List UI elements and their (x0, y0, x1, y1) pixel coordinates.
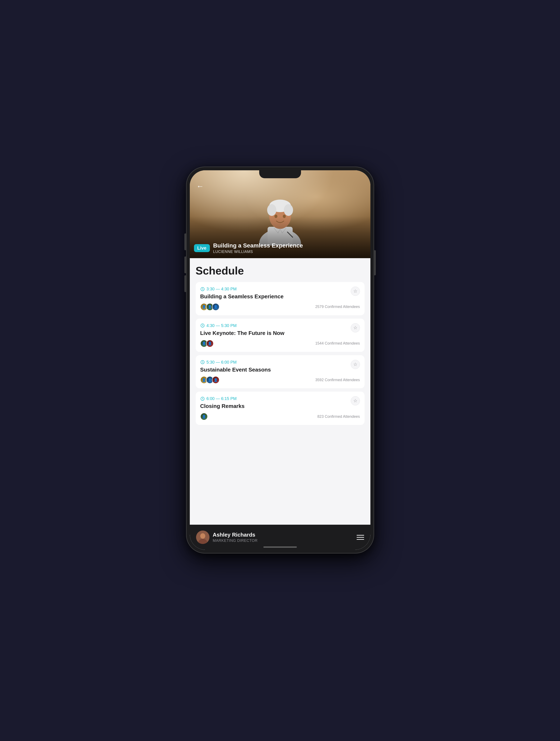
item-4-time-row: 6:00 — 6:15 PM (200, 396, 360, 401)
item-4-attendees: 823 Confirmed Attendees (317, 414, 360, 419)
item-3-attendees: 3592 Confirmed Attendees (315, 378, 360, 382)
item-3-time: 5:30 — 6:00 PM (207, 360, 237, 365)
hero-section: Live Building a Seamless Experience LUCI… (190, 170, 371, 258)
hero-title: Building a Seamless Experience (213, 242, 303, 249)
user-text-block: Ashley Richards MARKETING DIRECTOR (213, 532, 258, 543)
user-avatar (196, 531, 210, 544)
back-button[interactable]: ← (196, 182, 204, 191)
clock-icon-1 (200, 287, 205, 291)
hamburger-line-2 (356, 537, 364, 538)
avatar-2b: 👤 (206, 340, 214, 347)
live-badge: Live (194, 244, 210, 252)
hero-info-bar: Live Building a Seamless Experience LUCI… (194, 242, 366, 254)
item-4-star-button[interactable]: ☆ (351, 396, 360, 405)
item-3-time-row: 5:30 — 6:00 PM (200, 360, 360, 365)
phone-screen: ← (190, 170, 371, 550)
hero-presenter: LUCIENNE WILLIAMS (213, 250, 303, 254)
item-1-title: Building a Seamless Experience (200, 293, 360, 300)
svg-point-6 (284, 204, 293, 216)
item-4-avatars: 👤 (200, 413, 206, 420)
item-2-title: Live Keynote: The Future is Now (200, 330, 360, 337)
clock-icon-2 (200, 323, 205, 328)
bottom-navigation-bar: Ashley Richards MARKETING DIRECTOR (190, 525, 371, 550)
clock-icon-4 (200, 396, 205, 401)
item-1-attendees: 2579 Confirmed Attendees (315, 305, 360, 309)
user-role: MARKETING DIRECTOR (213, 538, 258, 543)
avatar-1c: 👤 (212, 303, 220, 311)
item-1-footer: 👤 👤 👤 2579 Confirmed Attendees (200, 303, 360, 311)
item-2-star-button[interactable]: ☆ (351, 323, 360, 332)
item-2-time: 4:30 — 5:30 PM (207, 323, 237, 328)
schedule-item-3[interactable]: 5:30 — 6:00 PM Sustainable Event Seasons… (196, 355, 365, 389)
schedule-section: Schedule 3:30 — 4:30 PM Building a Seaml… (190, 258, 371, 525)
user-name: Ashley Richards (213, 532, 258, 538)
menu-button[interactable] (356, 535, 364, 540)
item-4-star-icon: ☆ (353, 398, 357, 404)
svg-point-15 (200, 533, 205, 539)
item-3-star-button[interactable]: ☆ (351, 360, 360, 369)
user-avatar-image (196, 531, 210, 544)
schedule-item-1[interactable]: 3:30 — 4:30 PM Building a Seamless Exper… (196, 282, 365, 315)
item-3-star-icon: ☆ (353, 362, 357, 367)
item-1-avatars: 👤 👤 👤 (200, 303, 218, 311)
clock-icon-3 (200, 360, 205, 364)
item-3-footer: 👤 👤 👤 3592 Confirmed Attendees (200, 376, 360, 384)
hamburger-line-3 (356, 539, 364, 540)
phone-frame: ← (186, 166, 374, 553)
hamburger-line-1 (356, 535, 364, 536)
item-4-footer: 👤 823 Confirmed Attendees (200, 413, 360, 420)
item-1-star-icon: ☆ (353, 288, 357, 294)
schedule-item-4[interactable]: 6:00 — 6:15 PM Closing Remarks 👤 823 Con… (196, 392, 365, 425)
svg-point-5 (267, 204, 276, 216)
user-profile-section: Ashley Richards MARKETING DIRECTOR (196, 531, 258, 544)
item-4-title: Closing Remarks (200, 403, 360, 410)
schedule-heading: Schedule (196, 264, 365, 277)
home-indicator (263, 546, 297, 548)
item-2-star-icon: ☆ (353, 325, 357, 331)
item-2-avatars: 👤 👤 (200, 340, 212, 347)
avatar-4a: 👤 (200, 413, 208, 420)
notch (259, 170, 301, 178)
item-4-time: 6:00 — 6:15 PM (207, 396, 237, 401)
item-3-title: Sustainable Event Seasons (200, 366, 360, 374)
item-3-avatars: 👤 👤 👤 (200, 376, 218, 384)
avatar-3c: 👤 (212, 376, 220, 384)
item-1-star-button[interactable]: ☆ (351, 287, 360, 296)
schedule-item-2[interactable]: 4:30 — 5:30 PM Live Keynote: The Future … (196, 319, 365, 352)
item-2-attendees: 1544 Confirmed Attendees (315, 341, 360, 346)
hero-text: Building a Seamless Experience LUCIENNE … (213, 242, 303, 254)
item-2-footer: 👤 👤 1544 Confirmed Attendees (200, 340, 360, 347)
item-1-time-row: 3:30 — 4:30 PM (200, 287, 360, 291)
item-2-time-row: 4:30 — 5:30 PM (200, 323, 360, 328)
phone-wrapper: ← (186, 166, 374, 553)
item-1-time: 3:30 — 4:30 PM (207, 287, 237, 291)
